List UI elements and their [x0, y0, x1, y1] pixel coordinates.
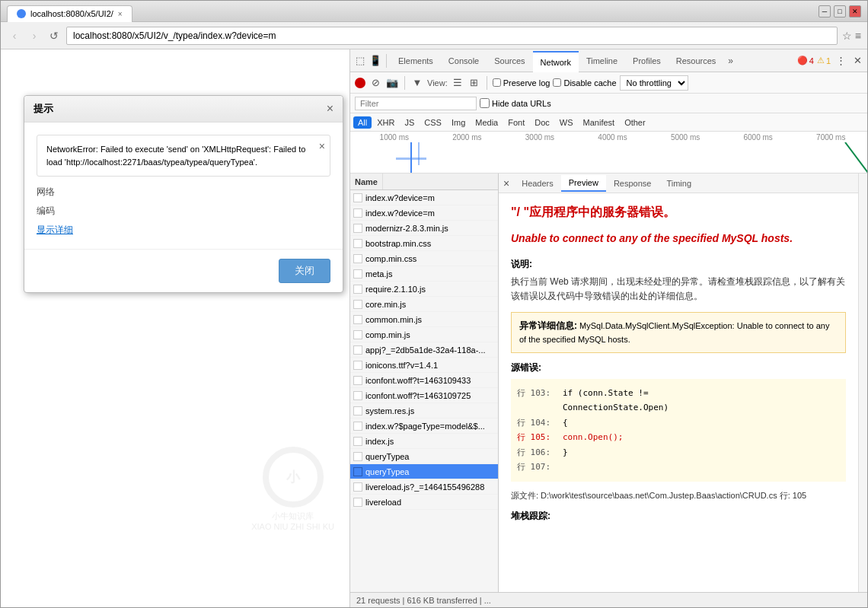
type-filter-js[interactable]: JS [400, 116, 419, 129]
tl-3000: 3000 ms [503, 133, 576, 142]
svg-line-2 [845, 142, 867, 173]
list-item[interactable]: common.min.js [350, 312, 498, 327]
dialog-close-button[interactable]: 关闭 [279, 259, 330, 283]
forward-button[interactable]: › [27, 28, 42, 43]
camera-icon[interactable]: 📷 [385, 76, 399, 90]
devtools-tabs: Elements Console Sources Network Timelin… [391, 49, 796, 72]
minimize-button[interactable]: ─ [819, 5, 831, 18]
type-filter-manifest[interactable]: Manifest [579, 116, 620, 129]
type-filter-all[interactable]: All [353, 116, 372, 129]
list-item[interactable]: meta.js [350, 266, 498, 282]
record-button[interactable] [355, 78, 365, 88]
type-filter-doc[interactable]: Doc [530, 116, 554, 129]
watermark-text2: XIAO NIU ZHI SHI KU [251, 522, 334, 531]
hide-urls-checkbox[interactable]: Hide data URLs [480, 98, 551, 108]
list-item[interactable]: iconfont.woff?t=1463109725 [350, 388, 498, 403]
more-tabs-icon[interactable]: » [723, 56, 738, 66]
close-button[interactable]: ✕ [849, 5, 861, 18]
error-toast-close-button[interactable]: × [319, 138, 325, 154]
detail-content: "/ "应用程序中的服务器错误。 Unable to connect to an… [499, 193, 858, 592]
list-item[interactable]: queryTypea [350, 449, 498, 464]
type-filter-other[interactable]: Other [620, 116, 650, 129]
network-filter-bar: Hide data URLs [350, 94, 867, 113]
devtools-right-icons: 🔴 4 ⚠ 1 ⋮ ✕ [797, 54, 864, 68]
timeline-svg [350, 142, 867, 173]
device-icon[interactable]: 📱 [369, 54, 382, 68]
devtools-menu-icon[interactable]: ⋮ [834, 54, 847, 68]
list-item[interactable]: index.w?device=m [350, 205, 498, 221]
scrollbar[interactable] [858, 173, 867, 592]
list-item[interactable]: livereload [350, 495, 498, 510]
stack-label: 堆栈跟踪: [511, 509, 846, 524]
tab-resources[interactable]: Resources [669, 50, 724, 72]
list-item[interactable]: iconfont.woff?t=1463109433 [350, 373, 498, 388]
list-item[interactable]: system.res.js [350, 403, 498, 419]
list-item[interactable]: comp.min.js [350, 327, 498, 342]
maximize-button[interactable]: □ [834, 5, 846, 18]
dialog-title-close[interactable]: × [327, 102, 333, 116]
detail-tab-preview[interactable]: Preview [561, 175, 606, 192]
preserve-log-checkbox[interactable]: Preserve log [493, 78, 550, 88]
detail-panel: × Headers Preview Response Timing "/ "应用… [499, 173, 858, 592]
list-item[interactable]: comp.min.css [350, 251, 498, 266]
type-filter-font[interactable]: Font [503, 116, 529, 129]
type-filter-css[interactable]: CSS [420, 116, 446, 129]
filter-input[interactable] [355, 97, 477, 110]
network-list-body[interactable]: index.w?device=m index.w?device=m modern… [350, 190, 498, 592]
source-error-box: 行 103: if (conn.State != ConnectionState… [511, 379, 846, 482]
error-badge: 🔴 4 [797, 56, 814, 65]
detail-tab-timing[interactable]: Timing [659, 176, 699, 191]
tab-profiles[interactable]: Profiles [625, 50, 669, 72]
filter-icon[interactable]: ▼ [410, 76, 424, 90]
bookmark-icon[interactable]: ☆ [842, 30, 852, 42]
list-item[interactable]: appj?_=2db5a1de-32a4-118a-... [350, 342, 498, 358]
detail-tab-response[interactable]: Response [606, 176, 659, 191]
tab-network[interactable]: Network [533, 51, 579, 72]
group-view-icon[interactable]: ⊞ [468, 76, 481, 90]
detail-tab-headers[interactable]: Headers [514, 176, 561, 191]
file-icon [353, 422, 362, 431]
list-item[interactable]: core.min.js [350, 297, 498, 312]
type-filter-ws[interactable]: WS [555, 116, 578, 129]
list-item[interactable]: index.w?device=m [350, 190, 498, 205]
list-item[interactable]: livereload.js?_=1464155496288 [350, 479, 498, 495]
tab-bar: localhost:8080/x5/UI2/ × [7, 1, 819, 22]
list-view-icon[interactable]: ☰ [451, 76, 464, 90]
dialog-body: × NetworkError: Failed to execute 'send'… [24, 123, 343, 249]
devtools-close-icon[interactable]: ✕ [850, 54, 864, 68]
tab-sources[interactable]: Sources [487, 50, 532, 72]
file-icon [353, 315, 362, 324]
list-item[interactable]: modernizr-2.8.3.min.js [350, 221, 498, 236]
file-icon [353, 376, 362, 385]
tl-5000: 5000 ms [649, 133, 722, 142]
tab-title: localhost:8080/x5/UI2/ [30, 9, 113, 18]
source-line-104: 行 104: { [517, 416, 840, 430]
type-filter-img[interactable]: Img [447, 116, 470, 129]
stop-record-icon[interactable]: ⊘ [369, 76, 382, 90]
tab-close-button[interactable]: × [118, 10, 123, 18]
address-input[interactable]: localhost:8080/x5/UI2/v_/typea/index.w?d… [66, 27, 838, 45]
throttle-select[interactable]: No throttling [620, 75, 688, 91]
type-filter-media[interactable]: Media [471, 116, 503, 129]
back-button[interactable]: ‹ [7, 28, 22, 43]
list-item[interactable]: ionicons.ttf?v=1.4.1 [350, 358, 498, 373]
timeline-area: 1000 ms 2000 ms 3000 ms 4000 ms 5000 ms … [350, 132, 867, 173]
list-item[interactable]: require.2.1.10.js [350, 282, 498, 297]
list-item[interactable]: index.js [350, 434, 498, 449]
source-file: 源文件: D:\work\test\source\baas.net\Com.Ju… [511, 489, 846, 503]
show-detail-link[interactable]: 显示详细 [37, 224, 73, 235]
menu-icon[interactable]: ≡ [855, 30, 861, 42]
detail-close-button[interactable]: × [499, 177, 514, 189]
tab-elements[interactable]: Elements [391, 50, 441, 72]
disable-cache-checkbox[interactable]: Disable cache [553, 78, 616, 88]
list-item[interactable]: index.w?$pageType=model&$... [350, 419, 498, 434]
tab-console[interactable]: Console [441, 50, 487, 72]
tab-timeline[interactable]: Timeline [579, 50, 625, 72]
browser-tab[interactable]: localhost:8080/x5/UI2/ × [7, 5, 132, 22]
page-area: 提示 × × NetworkError: Failed to execute '… [1, 49, 349, 607]
list-item-active[interactable]: queryTypea [350, 464, 498, 479]
type-filter-xhr[interactable]: XHR [372, 116, 399, 129]
reload-button[interactable]: ↺ [46, 28, 62, 43]
inspect-icon[interactable]: ⬚ [353, 54, 367, 68]
list-item[interactable]: bootstrap.min.css [350, 236, 498, 251]
